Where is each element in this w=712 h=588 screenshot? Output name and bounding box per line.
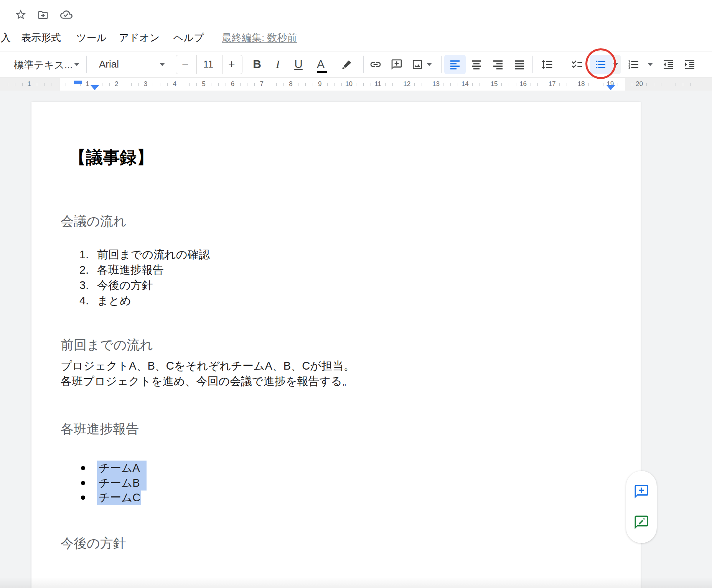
bullet-dot xyxy=(81,496,85,500)
numbered-list-button[interactable] xyxy=(628,58,640,71)
ruler-tick xyxy=(247,83,247,86)
increase-indent-button[interactable] xyxy=(684,58,696,71)
list-text: 前回までの流れの確認 xyxy=(97,247,209,262)
menu-item-insert-partial[interactable]: 入 xyxy=(1,31,11,44)
underline-button[interactable]: U xyxy=(292,58,305,71)
ruler-tick xyxy=(371,83,371,86)
ruler-tick xyxy=(443,83,443,86)
decrease-indent-button[interactable] xyxy=(662,58,674,71)
menu-item-tools[interactable]: ツール xyxy=(76,31,107,44)
ruler-tick xyxy=(196,83,197,86)
chevron-down-icon[interactable] xyxy=(427,63,432,66)
cloud-saved-icon[interactable] xyxy=(59,8,73,21)
menu-item-addons[interactable]: アドオン xyxy=(119,31,160,44)
add-comment-button[interactable] xyxy=(391,58,403,71)
ruler-number: 4 xyxy=(173,80,176,88)
suggest-edits-button[interactable] xyxy=(633,514,649,530)
ruler-tick xyxy=(73,83,73,86)
decrease-font-size-button[interactable]: − xyxy=(182,58,189,71)
text-color-button[interactable]: A xyxy=(315,58,327,71)
chevron-down-icon[interactable] xyxy=(648,63,653,66)
menu-item-help[interactable]: ヘルプ xyxy=(173,31,204,44)
ruler-tick xyxy=(414,83,415,86)
bullet-text-selected: チームB xyxy=(97,476,147,491)
insert-image-button[interactable] xyxy=(411,58,424,71)
ruler-tick xyxy=(618,83,618,86)
align-center-button[interactable] xyxy=(470,58,483,71)
doc-title[interactable]: 【議事録】 xyxy=(69,147,153,168)
ruler-number: 1 xyxy=(86,80,89,88)
move-to-folder-icon[interactable] xyxy=(36,9,49,21)
first-line-indent-marker[interactable] xyxy=(74,81,82,84)
insert-link-button[interactable] xyxy=(369,58,382,71)
ruler-tick xyxy=(298,83,298,86)
ruler-tick xyxy=(385,83,386,86)
bulleted-list-button[interactable] xyxy=(595,58,607,71)
toolbar-separator xyxy=(363,56,364,73)
ruler-number: 8 xyxy=(289,80,292,88)
bold-button[interactable]: B xyxy=(251,58,263,71)
ruler-tick xyxy=(218,83,219,86)
ruler-tick xyxy=(531,83,531,86)
last-edit-link[interactable]: 最終編集: 数秒前 xyxy=(222,31,297,44)
ruler-number: 7 xyxy=(260,80,264,88)
ruler-number: 16 xyxy=(519,80,527,88)
italic-button[interactable]: I xyxy=(272,58,284,71)
bullet-dot xyxy=(81,481,85,485)
increase-font-size-button[interactable]: + xyxy=(228,58,235,71)
ruler-margin-number: 1 xyxy=(27,80,31,88)
ruler-tick xyxy=(124,83,124,86)
ruler[interactable]: 1 1234567891011121314151617181920 xyxy=(0,78,712,91)
bullet-dot xyxy=(81,466,85,470)
ruler-tick xyxy=(44,83,44,86)
ruler-number: 11 xyxy=(374,80,381,88)
checklist-button[interactable] xyxy=(571,58,583,71)
ruler-tick xyxy=(363,83,364,86)
chevron-down-icon[interactable] xyxy=(613,63,618,66)
ruler-tick xyxy=(472,83,473,86)
list-number: 1. xyxy=(79,247,95,262)
list-number: 2. xyxy=(79,262,95,277)
ruler-tick xyxy=(8,83,8,86)
paragraph[interactable]: プロジェクトA、B、CをそれぞれチームA、B、Cが担当。 各班プロジェクトを進め… xyxy=(61,358,355,389)
ruler-tick xyxy=(450,83,451,86)
menu-item-format[interactable]: 表示形式 xyxy=(21,31,61,44)
ruler-tick xyxy=(516,83,516,86)
right-indent-marker[interactable] xyxy=(607,85,615,90)
document-page[interactable]: 【議事録】 会議の流れ 1. 前回までの流れの確認 2. 各班進捗報告 3. 今… xyxy=(31,102,641,588)
heading-agenda[interactable]: 会議の流れ xyxy=(61,213,127,229)
heading-previous[interactable]: 前回までの流れ xyxy=(61,337,153,352)
align-right-button[interactable] xyxy=(492,58,504,71)
line-spacing-button[interactable] xyxy=(541,58,553,71)
ruler-tick xyxy=(501,83,502,86)
chevron-down-icon[interactable] xyxy=(74,63,79,66)
ruler-number: 13 xyxy=(432,80,440,88)
ruler-tick xyxy=(189,83,190,86)
ruler-tick xyxy=(596,83,596,86)
bullet-text-selected: チームA xyxy=(97,461,147,476)
highlight-color-button[interactable] xyxy=(341,58,353,71)
ruler-tick xyxy=(654,83,654,86)
toolbar-separator xyxy=(86,56,87,73)
ruler-tick xyxy=(269,83,269,86)
list-text: 各班進捗報告 xyxy=(97,262,164,277)
heading-policy[interactable]: 今後の方針 xyxy=(61,535,126,551)
toolbar-separator xyxy=(532,56,533,73)
add-comment-side-button[interactable] xyxy=(633,484,649,500)
page-side-actions xyxy=(626,471,657,543)
ruler-tick xyxy=(138,83,139,86)
heading-progress[interactable]: 各班進捗報告 xyxy=(61,421,139,436)
star-icon[interactable] xyxy=(15,8,27,21)
ruler-tick xyxy=(226,83,226,86)
ruler-tick xyxy=(429,83,429,86)
font-size-value[interactable]: 11 xyxy=(203,59,213,70)
ruler-number: 6 xyxy=(231,80,234,88)
left-indent-marker[interactable] xyxy=(91,85,99,90)
chevron-down-icon[interactable] xyxy=(160,63,165,66)
align-left-button[interactable] xyxy=(449,58,461,71)
paragraph-style-selector[interactable]: 標準テキス... xyxy=(14,58,73,72)
list-text: まとめ xyxy=(97,293,131,308)
font-family-selector[interactable]: Arial xyxy=(99,58,119,70)
align-justify-button[interactable] xyxy=(513,58,526,71)
ruler-tick xyxy=(683,83,683,86)
